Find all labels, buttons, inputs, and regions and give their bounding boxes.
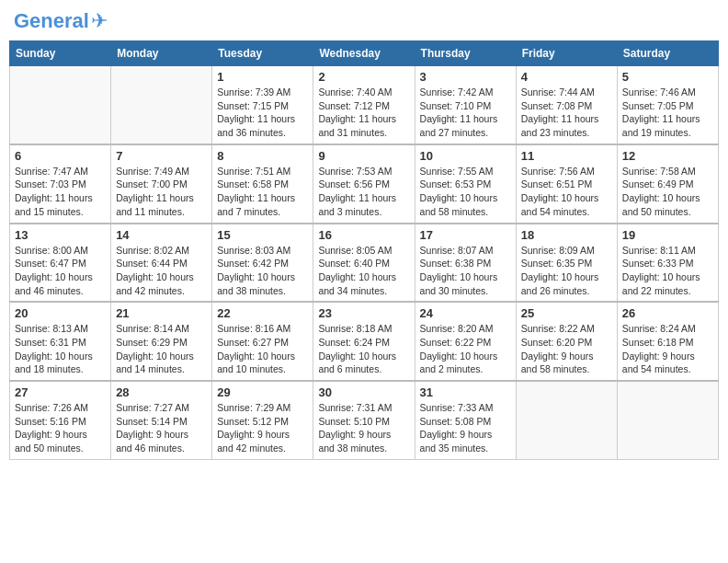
day-number: 12 — [622, 149, 713, 163]
day-number: 9 — [318, 149, 409, 163]
calendar-cell: 23Sunrise: 8:18 AM Sunset: 6:24 PM Dayli… — [313, 302, 415, 381]
day-number: 6 — [15, 149, 106, 163]
day-number: 18 — [521, 228, 612, 242]
day-info: Sunrise: 8:02 AM Sunset: 6:44 PM Dayligh… — [116, 244, 207, 298]
day-info: Sunrise: 8:09 AM Sunset: 6:35 PM Dayligh… — [521, 244, 612, 298]
calendar-cell: 22Sunrise: 8:16 AM Sunset: 6:27 PM Dayli… — [212, 302, 313, 381]
calendar-cell: 3Sunrise: 7:42 AM Sunset: 7:10 PM Daylig… — [415, 66, 516, 144]
calendar-cell: 25Sunrise: 8:22 AM Sunset: 6:20 PM Dayli… — [516, 302, 617, 381]
calendar-cell: 11Sunrise: 7:56 AM Sunset: 6:51 PM Dayli… — [516, 144, 617, 224]
day-number: 20 — [15, 306, 106, 320]
day-info: Sunrise: 8:20 AM Sunset: 6:22 PM Dayligh… — [420, 322, 511, 376]
weekday-header-monday: Monday — [111, 41, 212, 66]
calendar-header-row: SundayMondayTuesdayWednesdayThursdayFrid… — [10, 41, 719, 66]
day-info: Sunrise: 8:11 AM Sunset: 6:33 PM Dayligh… — [622, 244, 713, 298]
day-number: 1 — [217, 70, 308, 84]
calendar-cell: 8Sunrise: 7:51 AM Sunset: 6:58 PM Daylig… — [212, 144, 313, 224]
weekday-header-tuesday: Tuesday — [212, 41, 313, 66]
calendar-cell: 15Sunrise: 8:03 AM Sunset: 6:42 PM Dayli… — [212, 224, 313, 303]
calendar-week-row: 20Sunrise: 8:13 AM Sunset: 6:31 PM Dayli… — [10, 302, 719, 381]
day-number: 14 — [116, 228, 207, 242]
day-info: Sunrise: 8:22 AM Sunset: 6:20 PM Dayligh… — [521, 322, 612, 376]
day-info: Sunrise: 7:29 AM Sunset: 5:12 PM Dayligh… — [217, 401, 308, 455]
calendar-cell: 30Sunrise: 7:31 AM Sunset: 5:10 PM Dayli… — [313, 381, 415, 459]
day-info: Sunrise: 7:51 AM Sunset: 6:58 PM Dayligh… — [217, 165, 308, 219]
calendar-cell: 10Sunrise: 7:55 AM Sunset: 6:53 PM Dayli… — [415, 144, 516, 224]
day-number: 17 — [420, 228, 511, 242]
day-info: Sunrise: 7:47 AM Sunset: 7:03 PM Dayligh… — [15, 165, 106, 219]
calendar-cell: 28Sunrise: 7:27 AM Sunset: 5:14 PM Dayli… — [111, 381, 212, 459]
day-number: 29 — [217, 385, 308, 399]
day-info: Sunrise: 8:16 AM Sunset: 6:27 PM Dayligh… — [217, 322, 308, 376]
calendar-cell: 9Sunrise: 7:53 AM Sunset: 6:56 PM Daylig… — [313, 144, 415, 224]
day-number: 30 — [318, 385, 409, 399]
day-info: Sunrise: 7:53 AM Sunset: 6:56 PM Dayligh… — [318, 165, 409, 219]
calendar-cell: 16Sunrise: 8:05 AM Sunset: 6:40 PM Dayli… — [313, 224, 415, 303]
day-number: 8 — [217, 149, 308, 163]
day-number: 21 — [116, 306, 207, 320]
calendar-cell: 17Sunrise: 8:07 AM Sunset: 6:38 PM Dayli… — [415, 224, 516, 303]
day-info: Sunrise: 7:55 AM Sunset: 6:53 PM Dayligh… — [420, 165, 511, 219]
day-info: Sunrise: 7:44 AM Sunset: 7:08 PM Dayligh… — [521, 86, 612, 140]
day-info: Sunrise: 8:07 AM Sunset: 6:38 PM Dayligh… — [420, 244, 511, 298]
calendar-cell: 24Sunrise: 8:20 AM Sunset: 6:22 PM Dayli… — [415, 302, 516, 381]
day-number: 25 — [521, 306, 612, 320]
day-info: Sunrise: 7:27 AM Sunset: 5:14 PM Dayligh… — [116, 401, 207, 455]
day-info: Sunrise: 7:49 AM Sunset: 7:00 PM Dayligh… — [116, 165, 207, 219]
day-info: Sunrise: 7:26 AM Sunset: 5:16 PM Dayligh… — [15, 401, 106, 455]
day-number: 16 — [318, 228, 409, 242]
calendar-cell: 2Sunrise: 7:40 AM Sunset: 7:12 PM Daylig… — [313, 66, 415, 144]
logo: General ✈ — [14, 9, 108, 33]
weekday-header-wednesday: Wednesday — [313, 41, 415, 66]
calendar-week-row: 27Sunrise: 7:26 AM Sunset: 5:16 PM Dayli… — [10, 381, 719, 459]
day-number: 4 — [521, 70, 612, 84]
calendar-cell: 18Sunrise: 8:09 AM Sunset: 6:35 PM Dayli… — [516, 224, 617, 303]
day-info: Sunrise: 8:03 AM Sunset: 6:42 PM Dayligh… — [217, 244, 308, 298]
weekday-header-sunday: Sunday — [10, 41, 111, 66]
day-number: 10 — [420, 149, 511, 163]
calendar-cell: 7Sunrise: 7:49 AM Sunset: 7:00 PM Daylig… — [111, 144, 212, 224]
calendar-cell: 27Sunrise: 7:26 AM Sunset: 5:16 PM Dayli… — [10, 381, 111, 459]
day-number: 19 — [622, 228, 713, 242]
weekday-header-saturday: Saturday — [617, 41, 718, 66]
calendar-cell: 29Sunrise: 7:29 AM Sunset: 5:12 PM Dayli… — [212, 381, 313, 459]
weekday-header-friday: Friday — [516, 41, 617, 66]
day-number: 23 — [318, 306, 409, 320]
calendar-week-row: 6Sunrise: 7:47 AM Sunset: 7:03 PM Daylig… — [10, 144, 719, 224]
day-info: Sunrise: 7:58 AM Sunset: 6:49 PM Dayligh… — [622, 165, 713, 219]
day-info: Sunrise: 8:24 AM Sunset: 6:18 PM Dayligh… — [622, 322, 713, 376]
day-info: Sunrise: 8:00 AM Sunset: 6:47 PM Dayligh… — [15, 244, 106, 298]
calendar-cell: 14Sunrise: 8:02 AM Sunset: 6:44 PM Dayli… — [111, 224, 212, 303]
day-number: 5 — [622, 70, 713, 84]
calendar-week-row: 13Sunrise: 8:00 AM Sunset: 6:47 PM Dayli… — [10, 224, 719, 303]
day-number: 31 — [420, 385, 511, 399]
calendar-cell: 6Sunrise: 7:47 AM Sunset: 7:03 PM Daylig… — [10, 144, 111, 224]
day-number: 15 — [217, 228, 308, 242]
day-info: Sunrise: 8:14 AM Sunset: 6:29 PM Dayligh… — [116, 322, 207, 376]
logo-bird-icon: ✈ — [91, 9, 108, 33]
day-info: Sunrise: 7:39 AM Sunset: 7:15 PM Dayligh… — [217, 86, 308, 140]
calendar-table: SundayMondayTuesdayWednesdayThursdayFrid… — [9, 40, 719, 460]
day-number: 27 — [15, 385, 106, 399]
calendar-cell: 12Sunrise: 7:58 AM Sunset: 6:49 PM Dayli… — [617, 144, 718, 224]
day-info: Sunrise: 8:13 AM Sunset: 6:31 PM Dayligh… — [15, 322, 106, 376]
day-info: Sunrise: 7:56 AM Sunset: 6:51 PM Dayligh… — [521, 165, 612, 219]
calendar-cell — [111, 66, 212, 144]
calendar-cell: 5Sunrise: 7:46 AM Sunset: 7:05 PM Daylig… — [617, 66, 718, 144]
day-info: Sunrise: 7:46 AM Sunset: 7:05 PM Dayligh… — [622, 86, 713, 140]
day-number: 2 — [318, 70, 409, 84]
calendar-cell: 21Sunrise: 8:14 AM Sunset: 6:29 PM Dayli… — [111, 302, 212, 381]
day-number: 24 — [420, 306, 511, 320]
calendar-cell: 31Sunrise: 7:33 AM Sunset: 5:08 PM Dayli… — [415, 381, 516, 459]
calendar-cell: 19Sunrise: 8:11 AM Sunset: 6:33 PM Dayli… — [617, 224, 718, 303]
day-info: Sunrise: 7:31 AM Sunset: 5:10 PM Dayligh… — [318, 401, 409, 455]
calendar-cell: 4Sunrise: 7:44 AM Sunset: 7:08 PM Daylig… — [516, 66, 617, 144]
day-number: 22 — [217, 306, 308, 320]
day-number: 28 — [116, 385, 207, 399]
calendar-cell: 20Sunrise: 8:13 AM Sunset: 6:31 PM Dayli… — [10, 302, 111, 381]
calendar-cell: 26Sunrise: 8:24 AM Sunset: 6:18 PM Dayli… — [617, 302, 718, 381]
page-header: General ✈ — [9, 9, 719, 33]
calendar-cell: 13Sunrise: 8:00 AM Sunset: 6:47 PM Dayli… — [10, 224, 111, 303]
calendar-week-row: 1Sunrise: 7:39 AM Sunset: 7:15 PM Daylig… — [10, 66, 719, 144]
day-number: 26 — [622, 306, 713, 320]
